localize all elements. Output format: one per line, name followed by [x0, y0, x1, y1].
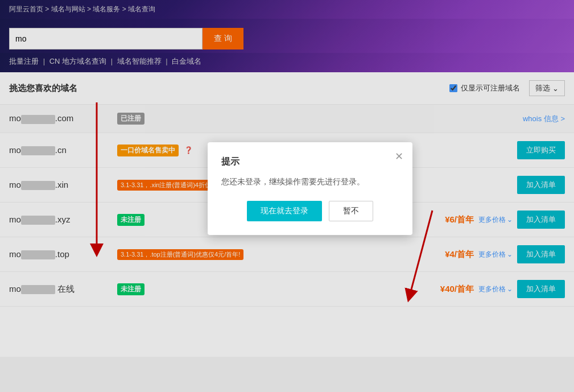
- modal-body-text: 您还未登录，继续操作需要先进行登录。: [221, 177, 399, 187]
- modal-actions: 现在就去登录 暂不: [221, 201, 399, 221]
- modal-overlay: 提示 ✕ 您还未登录，继续操作需要先进行登录。 现在就去登录 暂不: [0, 0, 574, 357]
- login-now-button[interactable]: 现在就去登录: [247, 201, 322, 221]
- modal-dialog: 提示 ✕ 您还未登录，继续操作需要先进行登录。 现在就去登录 暂不: [208, 142, 412, 235]
- later-button[interactable]: 暂不: [329, 201, 373, 221]
- modal-close-button[interactable]: ✕: [395, 151, 403, 162]
- modal-title: 提示: [221, 156, 399, 168]
